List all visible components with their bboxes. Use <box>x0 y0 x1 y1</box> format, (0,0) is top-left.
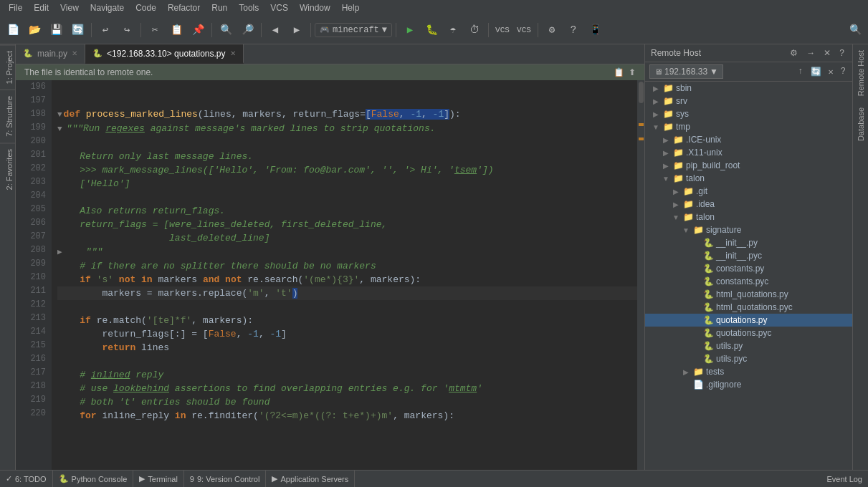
app-servers-status[interactable]: ▶ Application Servers <box>266 471 355 487</box>
open-btn[interactable]: 📂 <box>24 20 44 40</box>
cut-btn[interactable]: ✂ <box>145 20 165 40</box>
sep4 <box>261 23 262 37</box>
tab-quotations-py[interactable]: 🐍 <192.168.33.10> quotations.py ✕ <box>85 44 243 64</box>
tree-gitignore[interactable]: 📄 .gitignore <box>645 378 852 391</box>
tree-quotations-pyc[interactable]: 🐍 quotations.pyc <box>645 327 852 339</box>
tree-sys[interactable]: ▶ 📁 sys <box>645 107 852 120</box>
paste-btn[interactable]: 📌 <box>188 20 208 40</box>
info-upload-icon[interactable]: ⬆ <box>629 67 636 77</box>
menu-code[interactable]: Code <box>130 1 162 14</box>
toolbar: 📄 📂 💾 🔄 ↩ ↪ ✂ 📋 📌 🔍 🔎 ◀ ▶ 🎮 minecraft ▼ … <box>0 16 868 44</box>
forward-btn[interactable]: ▶ <box>287 20 307 40</box>
remote-address-dropdown[interactable]: 🖥 192.168.33 ▼ <box>649 64 723 79</box>
menu-run[interactable]: Run <box>206 1 233 14</box>
scrollbar[interactable] <box>637 80 644 470</box>
tree-idea[interactable]: ▶ 📁 .idea <box>645 198 852 211</box>
sep5 <box>310 23 311 37</box>
code-line-218: # use lookbehind assertions to find over… <box>57 382 637 395</box>
tree-git[interactable]: ▶ 📁 .git <box>645 185 852 198</box>
code-line-214: return_flags[:] = [False, -1, -1] <box>57 327 637 341</box>
tree-html-quotations-pyc[interactable]: 🐍 html_quotations.pyc <box>645 301 852 314</box>
tree-ice-unix[interactable]: ▶ 📁 .ICE-unix <box>645 133 852 146</box>
warning-mark-2 <box>639 138 644 140</box>
tree-init-pyc[interactable]: 🐍 __init__.pyc <box>645 249 852 262</box>
tree-x11-unix[interactable]: ▶ 📁 .X11-unix <box>645 146 852 159</box>
favorites-tab[interactable]: 2: Favorites <box>0 143 15 196</box>
event-log-status[interactable]: Event Log <box>826 475 868 483</box>
remote-expand-btn[interactable]: → <box>804 47 817 59</box>
sync-btn[interactable]: 🔄 <box>67 20 87 40</box>
coverage-btn[interactable]: ☂ <box>443 20 463 40</box>
tree-utils-pyc[interactable]: 🐍 utils.pyc <box>645 352 852 365</box>
menu-window[interactable]: Window <box>294 1 336 14</box>
remote-host-side-tab[interactable]: Remote Host <box>855 44 867 102</box>
sep2 <box>140 23 141 37</box>
database-side-tab[interactable]: Database <box>855 102 867 147</box>
tree-tests[interactable]: ▶ 📁 tests <box>645 365 852 378</box>
version-control-status[interactable]: 9 9: Version Control <box>184 471 267 487</box>
vcs1-btn[interactable]: VCS <box>492 20 512 40</box>
tree-tmp[interactable]: ▼ 📁 tmp <box>645 120 852 133</box>
help2-btn[interactable]: ? <box>563 20 583 40</box>
tree-sbin[interactable]: ▶ 📁 sbin <box>645 82 852 95</box>
code-lines[interactable]: ▼def process_marked_lines(lines, markers… <box>52 80 637 470</box>
tab-quotations-label: <192.168.33.10> quotations.py <box>107 49 225 59</box>
tree-srv[interactable]: ▶ 📁 srv <box>645 95 852 107</box>
structure-tab[interactable]: 7: Structure <box>0 90 15 143</box>
replace-btn[interactable]: 🔎 <box>237 20 257 40</box>
scrollbar-thumb[interactable] <box>639 82 644 103</box>
menu-navigate[interactable]: Navigate <box>85 1 130 14</box>
undo-btn[interactable]: ↩ <box>95 20 115 40</box>
tree-html-quotations-py[interactable]: 🐍 html_quotations.py <box>645 288 852 301</box>
tree-talon[interactable]: ▼ 📁 talon <box>645 211 852 223</box>
tree-talon-root[interactable]: ▼ 📁 talon <box>645 172 852 185</box>
back-btn[interactable]: ◀ <box>265 20 285 40</box>
remote-settings-btn[interactable]: ⚙ <box>788 47 800 59</box>
profile-btn[interactable]: ⏱ <box>464 20 485 40</box>
tree-init-py[interactable]: 🐍 __init__.py <box>645 236 852 249</box>
run-btn[interactable]: ▶ <box>400 20 420 40</box>
tree-quotations-py[interactable]: 🐍 quotations.py <box>645 314 852 327</box>
menu-refactor[interactable]: Refactor <box>162 1 206 14</box>
event-log-label: Event Log <box>826 475 862 483</box>
redo-btn[interactable]: ↪ <box>117 20 137 40</box>
remote-refresh-btn[interactable]: 🔄 <box>809 66 824 78</box>
extra-btn[interactable]: 📱 <box>585 20 605 40</box>
remote-disconnect-btn[interactable]: ✕ <box>826 66 836 78</box>
tree-signature[interactable]: ▼ 📁 signature <box>645 223 852 236</box>
tree-pip[interactable]: ▶ 📁 pip_build_root <box>645 159 852 172</box>
project-tab[interactable]: 1: Project <box>0 44 15 90</box>
tree-constants-pyc[interactable]: 🐍 constants.pyc <box>645 275 852 288</box>
python-console-status[interactable]: 🐍 Python Console <box>53 471 134 487</box>
tab-quotations-close[interactable]: ✕ <box>230 49 236 57</box>
tab-main-py[interactable]: 🐍 main.py ✕ <box>16 44 85 64</box>
remote-help2-btn[interactable]: ? <box>839 66 848 77</box>
tree-utils-py[interactable]: 🐍 utils.py <box>645 339 852 352</box>
menu-file[interactable]: File <box>3 1 28 14</box>
todo-status[interactable]: ✓ 6: TODO <box>0 471 53 487</box>
terminal-status[interactable]: ▶ Terminal <box>133 471 184 487</box>
copy-btn[interactable]: 📋 <box>166 20 186 40</box>
remote-close-btn[interactable]: ✕ <box>821 47 833 59</box>
code-editor[interactable]: 196 197 198 199 200 201 202 203 204 205 … <box>16 80 644 470</box>
settings-btn[interactable]: ⚙ <box>542 20 562 40</box>
menu-help[interactable]: Help <box>336 1 366 14</box>
save-btn[interactable]: 💾 <box>46 20 66 40</box>
menu-view[interactable]: View <box>54 1 85 14</box>
tab-main-py-close[interactable]: ✕ <box>72 49 77 57</box>
new-file-btn[interactable]: 📄 <box>3 20 23 40</box>
remote-up-btn[interactable]: ↑ <box>796 66 805 77</box>
vcs2-btn[interactable]: VCS <box>514 20 534 40</box>
menu-vcs[interactable]: VCS <box>264 1 294 14</box>
tree-constants-py[interactable]: 🐍 constants.py <box>645 262 852 275</box>
menu-edit[interactable]: Edit <box>28 1 54 14</box>
remote-host-header: Remote Host ⚙ → ✕ ? <box>645 44 852 62</box>
menu-tools[interactable]: Tools <box>233 1 264 14</box>
debug-btn[interactable]: 🐛 <box>421 20 442 40</box>
info-copy-icon[interactable]: 📋 <box>614 67 624 77</box>
find-btn[interactable]: 🔍 <box>216 20 236 40</box>
search-everywhere-btn[interactable]: 🔍 <box>845 20 865 40</box>
remote-help-btn[interactable]: ? <box>837 47 846 59</box>
project-dropdown[interactable]: 🎮 minecraft ▼ <box>315 23 392 37</box>
tab-main-py-label: main.py <box>37 49 67 59</box>
